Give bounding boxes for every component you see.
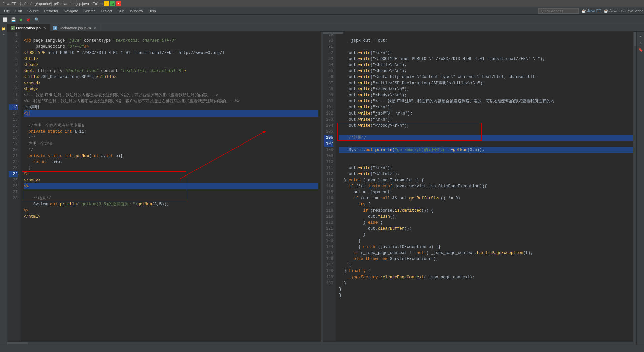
toolbar: ⬜ 💾 ▶ 🐞 🔍 — [0, 15, 644, 24]
toolbar-new[interactable]: ⬜ — [1, 17, 9, 23]
perspective-js[interactable]: JS JavaScript — [620, 9, 643, 13]
left-code-area[interactable]: 12345 678910 1112131415 1617181920 21222… — [7, 32, 321, 341]
tab-declaration-jsp-java[interactable]: J Declaration.jsp.java ✕ — [50, 24, 100, 31]
menu-help[interactable]: Help — [146, 8, 159, 14]
menu-window[interactable]: Window — [127, 8, 146, 14]
toolbar-search[interactable]: 🔍 — [33, 17, 41, 23]
menu-navigate[interactable]: Navigate — [61, 8, 81, 14]
menu-file[interactable]: File — [1, 8, 13, 14]
menu-project[interactable]: Project — [98, 8, 115, 14]
minimize-button[interactable]: − — [104, 1, 109, 6]
menu-source[interactable]: Source — [25, 8, 42, 14]
toolbar-save[interactable]: 💾 — [10, 17, 17, 23]
menu-search[interactable]: Search — [81, 8, 98, 14]
toolbar-debug[interactable]: 🐞 — [25, 17, 32, 23]
editor-panes: 12345 678910 1112131415 1617181920 21222… — [7, 32, 644, 345]
tab-jsp-icon: J — [11, 26, 15, 30]
tab-declaration-jsp-label: Declaration.jsp — [16, 26, 41, 30]
tab-close-icon[interactable]: ✕ — [43, 26, 46, 30]
close-button[interactable]: ✕ — [116, 1, 121, 6]
quick-access-input[interactable] — [538, 8, 579, 14]
right-line-numbers: 8990919293 9495969798 99100101102103 104… — [323, 32, 336, 341]
perspective-javaee[interactable]: ☕ Java EE — [581, 9, 601, 13]
menu-run[interactable]: Run — [115, 8, 127, 14]
toolbar-run[interactable]: ▶ — [18, 17, 24, 23]
tab-java-icon: J — [53, 26, 57, 30]
bookmarks-icon[interactable]: 🔖 — [638, 46, 644, 53]
package-explorer-icon[interactable]: 📁 — [1, 26, 7, 32]
tab-declaration-jsp[interactable]: J Declaration.jsp ✕ — [7, 24, 50, 31]
problems-icon[interactable]: ⚠ — [638, 40, 644, 46]
left-line-numbers: 12345 678910 1112131415 1617181920 21222… — [7, 32, 21, 341]
left-code-content: <%@ page language="java" contentType="te… — [21, 32, 321, 341]
menu-edit[interactable]: Edit — [13, 8, 25, 14]
title-text: Java EE - jsp/src/org/apache/jsp/Declara… — [3, 2, 104, 6]
right-editor-pane: 8990919293 9495969798 99100101102103 104… — [323, 32, 637, 345]
tab-java-close-icon[interactable]: ✕ — [94, 26, 96, 30]
menu-refactor[interactable]: Refactor — [42, 8, 61, 14]
right-code-content: _jspx_out = out; out.write("\r\n"); out.… — [336, 32, 637, 341]
perspective-java[interactable]: ☕ Java — [604, 9, 617, 13]
left-editor-pane: 12345 678910 1112131415 1617181920 21222… — [7, 32, 321, 345]
right-code-area[interactable]: 8990919293 9495969798 99100101102103 104… — [323, 32, 637, 341]
editor-tab-bar: J Declaration.jsp ✕ J Declaration.jsp.ja… — [7, 24, 644, 32]
left-sidebar: 📁 ≡ — [0, 24, 7, 345]
main-area: 📁 ≡ J Declaration.jsp ✕ J Declaration.js… — [0, 24, 644, 345]
tab-declaration-java-label: Declaration.jsp.java — [59, 26, 91, 30]
menu-bar: File Edit Source Refactor Navigate Searc… — [0, 7, 644, 15]
maximize-button[interactable]: □ — [110, 1, 115, 6]
right-panel: ≡ ⚠ 🔖 — [637, 32, 644, 345]
task-list-icon[interactable]: ≡ — [638, 33, 644, 39]
editors-wrapper: J Declaration.jsp ✕ J Declaration.jsp.ja… — [7, 24, 644, 345]
title-bar: Java EE - jsp/src/org/apache/jsp/Declara… — [0, 0, 644, 7]
outline-icon[interactable]: ≡ — [1, 32, 7, 38]
status-bar — [0, 345, 644, 352]
